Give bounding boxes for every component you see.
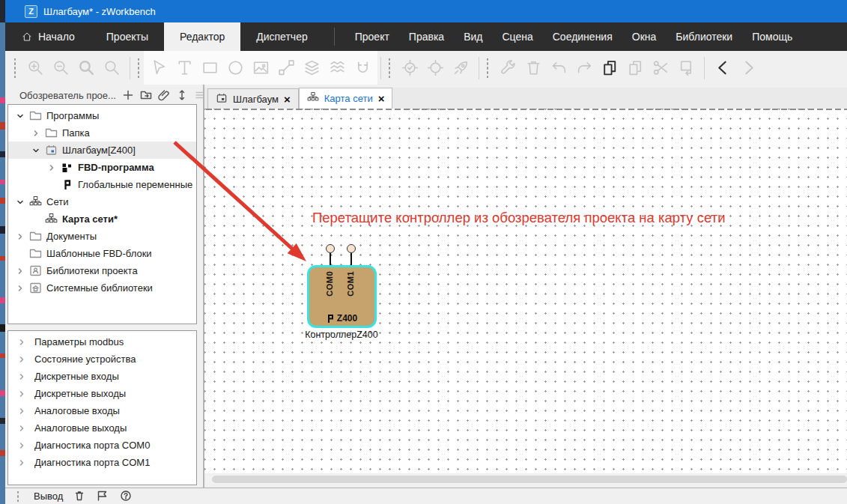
tree-item-network-map[interactable]: Карта сети* [8,210,196,228]
library-system-icon [28,282,42,295]
toolbar-grip[interactable] [485,58,490,78]
undo-icon[interactable] [547,57,570,79]
zoom-out-icon[interactable] [49,57,72,79]
chevron-right-icon[interactable] [16,373,28,380]
horizontal-scrollbar[interactable] [206,475,847,484]
zoom-selection-icon[interactable] [75,57,97,79]
chevron-down-icon[interactable] [30,145,42,157]
nav-tab-projects[interactable]: Проекты [91,22,164,51]
com0-pin[interactable] [326,244,335,253]
redo-icon[interactable] [573,57,595,79]
com1-pin[interactable] [347,244,356,253]
menu-view[interactable]: Вид [454,22,492,51]
tree-item-system-libraries[interactable]: Системные библиотеки [8,279,196,297]
toolbar-group-edit [493,51,701,85]
nav-tab-dispatcher[interactable]: Диспетчер [240,22,323,51]
network-map-canvas[interactable]: Перетащите контроллер из обозревателя пр… [204,109,847,473]
ellipse-tool-icon[interactable] [224,57,246,79]
device-group-state[interactable]: Состояние устройства [8,350,196,368]
expand-collapse-icon[interactable] [176,89,188,102]
add-icon[interactable] [122,89,134,102]
chevron-right-icon[interactable] [16,442,28,449]
chevron-right-icon[interactable] [14,231,26,243]
chevron-right-icon[interactable] [16,390,28,398]
tree-item-shlagbaum-z400[interactable]: Шлагбаум[Z400] [8,142,196,159]
project-explorer-panel: Программы Папка Шлагбаум[Z400] FBD-прогр… [7,104,197,324]
menu-windows[interactable]: Окна [622,22,667,51]
chevron-right-icon[interactable] [16,425,28,432]
scrollbar-thumb[interactable] [212,476,847,483]
device-group-discrete-outputs[interactable]: Дискретные выходы [8,385,196,402]
copy-icon[interactable] [598,57,621,79]
device-group-discrete-inputs[interactable]: Дискретные входы [8,368,196,385]
tree-item-folder[interactable]: Папка [8,124,196,142]
menu-connections[interactable]: Соединения [543,22,622,51]
toolbar-grip[interactable] [136,58,141,78]
nav-tab-home[interactable]: Начало [5,22,91,51]
magnet-snap-icon[interactable] [351,57,374,79]
chevron-right-icon[interactable] [30,127,42,139]
device-group-com0-diagnostics[interactable]: Диагностика порта COM0 [8,437,196,454]
layer-waves-icon[interactable] [326,57,348,79]
rocket-icon[interactable] [449,57,472,79]
titlebar[interactable]: Z Шлагбаум* - zWorkbench [5,0,847,22]
chevron-right-icon[interactable] [16,459,28,467]
tree-item-template-fbd-blocks[interactable]: Шаблонные FBD-блоки [8,245,196,262]
delete-icon[interactable] [522,57,544,79]
chevron-right-icon[interactable] [14,282,26,294]
zoom-in-icon[interactable] [24,57,46,79]
select-pointer-icon[interactable] [148,57,170,79]
tree-item-networks[interactable]: Сети [8,193,196,210]
tree-item-programs[interactable]: Программы [8,107,196,124]
chevron-right-icon[interactable] [16,338,28,346]
layers-icon[interactable] [300,57,323,79]
chevron-right-icon[interactable] [14,265,26,277]
tree-item-fbd-program[interactable]: FBD-программа [8,159,196,176]
tree-item-project-libraries[interactable]: Библиотеки проекта [8,262,196,279]
panel-grip[interactable] [16,491,20,502]
image-tool-icon[interactable] [249,57,272,79]
chevron-down-icon[interactable] [14,196,26,208]
connector-tool-icon[interactable] [275,57,297,79]
close-icon[interactable]: × [284,94,291,105]
paste-special-icon[interactable] [675,57,697,79]
wrench-icon[interactable] [497,57,519,79]
chevron-right-icon[interactable] [46,162,58,174]
device-group-modbus[interactable]: Параметры modbus [8,333,196,350]
target-check-icon[interactable] [398,57,421,79]
chevron-right-icon[interactable] [16,356,28,363]
device-group-analog-outputs[interactable]: Аналоговые выходы [8,419,196,437]
tree-item-global-variables[interactable]: Глобальные переменные [8,176,196,193]
help-icon[interactable] [120,490,133,503]
device-group-com1-diagnostics[interactable]: Диагностика порта COM1 [8,454,196,471]
navigate-back-icon[interactable] [711,57,734,79]
controller-model-label: Z400 [337,313,357,324]
menu-scene[interactable]: Сцена [492,22,542,51]
device-group-analog-inputs[interactable]: Аналоговые входы [8,402,196,419]
menu-help[interactable]: Помощь [742,22,802,51]
nav-tab-editor[interactable]: Редактор [164,22,240,51]
target-icon[interactable] [424,57,446,79]
cut-icon[interactable] [649,57,672,79]
navigate-forward-icon[interactable] [737,57,759,79]
tree-item-documents[interactable]: Документы [8,228,196,245]
toolbar-grip[interactable] [387,58,392,78]
rectangle-tool-icon[interactable] [198,57,221,79]
attach-icon[interactable] [158,89,170,102]
toolbar-grip[interactable] [13,58,17,78]
chevron-right-icon[interactable] [16,407,28,415]
chevron-down-icon[interactable] [14,110,26,122]
menu-libraries[interactable]: Библиотеки [666,22,742,51]
menu-edit[interactable]: Правка [399,22,454,51]
paste-icon[interactable] [624,57,646,79]
menu-project[interactable]: Проект [345,22,399,51]
controller-block[interactable]: COM0 COM1 Z400 [307,265,377,328]
doc-tab-shlagbaum[interactable]: Шлагбаум × [207,88,299,109]
close-icon[interactable]: × [378,93,385,104]
add-folder-icon[interactable] [140,89,152,102]
zoom-page-icon[interactable] [100,57,123,79]
text-tool-icon[interactable] [173,57,195,79]
flag-icon[interactable] [97,490,109,503]
clear-icon[interactable] [73,490,86,503]
doc-tab-network-map[interactable]: Карта сети × [299,88,393,109]
